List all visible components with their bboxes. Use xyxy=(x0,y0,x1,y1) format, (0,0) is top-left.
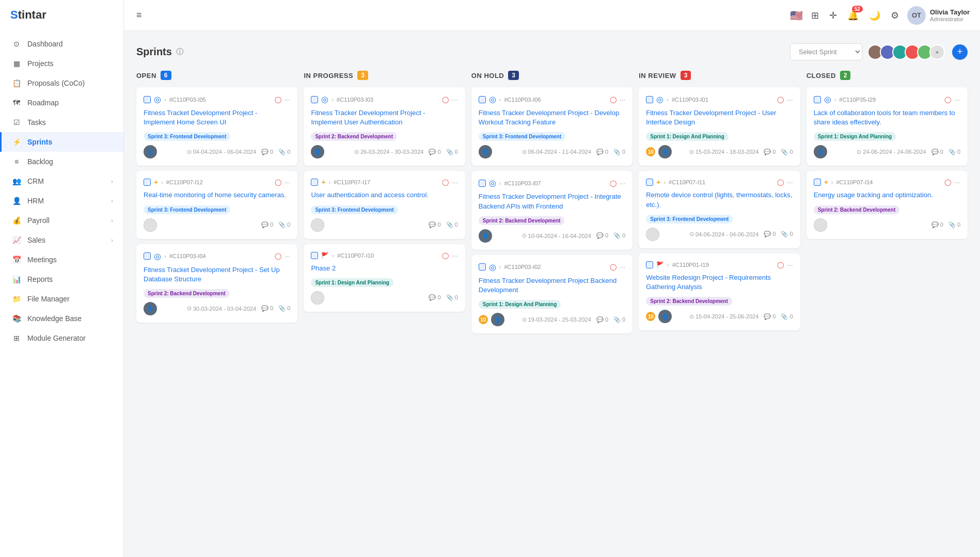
card-menu-button[interactable]: ··· xyxy=(620,96,626,104)
card-checkbox[interactable] xyxy=(646,261,653,268)
card-menu-button[interactable]: ··· xyxy=(284,178,291,186)
card-checkbox[interactable] xyxy=(311,179,318,186)
dark-mode-button[interactable]: 🌙 xyxy=(867,8,882,23)
expand-icon[interactable]: › xyxy=(329,179,331,185)
expand-icon[interactable]: › xyxy=(499,180,501,186)
card-menu-button[interactable]: ··· xyxy=(620,263,626,271)
sidebar-item-proposals[interactable]: 📋 Proposals (CoCo) xyxy=(0,73,123,93)
card-in_progress-2[interactable]: 🚩 › #C110P07-I10 ◯ ··· Phase 2 Sprint 1:… xyxy=(304,244,465,312)
card-title[interactable]: Website Redesign Project - Requirements … xyxy=(646,273,793,292)
card-in_review-1[interactable]: + › #C110P07-I11 ◯ ··· Remote device con… xyxy=(639,171,800,248)
card-title[interactable]: Fitness Tracket Development Project - Se… xyxy=(144,265,290,284)
card-title[interactable]: Fitness Tracker Development Project - In… xyxy=(479,192,625,211)
card-checkbox[interactable] xyxy=(814,96,821,103)
card-checkbox[interactable] xyxy=(311,252,318,259)
card-closed-0[interactable]: ◎ › #C110P35-I29 ◯ ··· Lack of collabora… xyxy=(807,87,968,166)
card-title[interactable]: Fitness Tracker Development Project - De… xyxy=(479,108,625,127)
user-profile[interactable]: OT Olivia Taylor Administrator xyxy=(907,6,970,25)
sidebar-item-backlog[interactable]: ≡ Backlog xyxy=(0,152,123,171)
card-menu-button[interactable]: ··· xyxy=(284,252,291,260)
sidebar-item-hrm[interactable]: 👤 HRM › xyxy=(0,191,123,211)
sidebar-item-dashboard[interactable]: ⊙ Dashboard xyxy=(0,34,123,54)
menu-toggle-button[interactable]: ≡ xyxy=(134,8,144,23)
card-menu-button[interactable]: ··· xyxy=(954,178,960,186)
card-menu-button[interactable]: ··· xyxy=(954,96,960,104)
card-open-2[interactable]: ◎ › #C110P03-I04 ◯ ··· Fitness Tracket D… xyxy=(136,244,297,323)
expand-icon[interactable]: › xyxy=(663,179,666,185)
expand-icon[interactable]: › xyxy=(161,179,163,185)
language-flag-icon[interactable]: 🇺🇸 xyxy=(790,9,803,22)
card-menu-button[interactable]: ··· xyxy=(452,251,458,260)
card-menu-button[interactable]: ··· xyxy=(620,179,626,187)
sidebar-item-reports[interactable]: 📊 Reports xyxy=(0,269,123,289)
card-checkbox[interactable] xyxy=(144,96,151,103)
expand-icon[interactable]: › xyxy=(499,97,501,103)
sidebar-item-sales[interactable]: 📈 Sales › xyxy=(0,230,123,250)
card-checkbox[interactable] xyxy=(479,180,486,187)
card-title[interactable]: Fitness Tracker Development Project - Im… xyxy=(311,108,457,127)
card-in_progress-1[interactable]: + › #C110P07-I17 ◯ ··· User authenticati… xyxy=(304,171,465,238)
card-title[interactable]: Remote device control (lights, thermosta… xyxy=(646,190,793,209)
card-title[interactable]: Fitness Tracker Development Project - Us… xyxy=(646,108,793,127)
expand-icon[interactable]: › xyxy=(667,97,669,103)
card-checkbox[interactable] xyxy=(144,252,151,260)
card-title[interactable]: Fitness Tracker Development Project Back… xyxy=(479,276,625,295)
sprint-tag: Sprint 3: Frontend Development xyxy=(144,132,230,141)
card-title[interactable]: Fitness Tracket Development Project - Im… xyxy=(144,108,290,127)
card-open-0[interactable]: ◎ › #C110P03-I05 ◯ ··· Fitness Tracket D… xyxy=(136,87,297,166)
card-on_hold-2[interactable]: ◎ › #C110P03-I02 ◯ ··· Fitness Tracker D… xyxy=(471,255,633,333)
card-checkbox[interactable] xyxy=(479,263,486,270)
sidebar-item-payroll[interactable]: 💰 Payroll › xyxy=(0,211,123,230)
card-checkbox[interactable] xyxy=(479,96,486,103)
expand-icon[interactable]: › xyxy=(667,262,669,268)
card-checkbox[interactable] xyxy=(311,96,318,103)
expand-icon[interactable]: › xyxy=(831,179,833,185)
sidebar-item-roadmap[interactable]: 🗺 Roadmap xyxy=(0,93,123,113)
card-menu-button[interactable]: ··· xyxy=(787,178,793,186)
card-checkbox[interactable] xyxy=(814,179,821,186)
card-menu-button[interactable]: ··· xyxy=(284,96,291,104)
expand-icon[interactable]: › xyxy=(499,264,501,270)
card-title[interactable]: Phase 2 xyxy=(311,264,457,273)
settings-button[interactable]: ⚙ xyxy=(889,8,901,23)
add-sprint-button[interactable]: + xyxy=(952,44,968,60)
sidebar-item-tasks[interactable]: ☑ Tasks xyxy=(0,113,123,132)
expand-icon[interactable]: › xyxy=(331,97,334,103)
apps-grid-button[interactable]: ⊞ xyxy=(809,8,821,23)
card-title[interactable]: Energy usage tracking and optimization. xyxy=(814,190,960,200)
notifications-button[interactable]: 🔔 52 xyxy=(845,8,861,23)
card-menu-button[interactable]: ··· xyxy=(452,178,458,186)
sidebar-item-knowledgebase[interactable]: 📚 Knowledge Base xyxy=(0,309,123,328)
card-header: 🚩 › #C110P01-I19 ◯ ··· xyxy=(646,261,793,269)
card-menu-button[interactable]: ··· xyxy=(787,96,793,104)
card-in_review-0[interactable]: ◎ › #C110P03-I01 ◯ ··· Fitness Tracker D… xyxy=(639,87,800,166)
sprint-select[interactable]: Select Sprint xyxy=(790,43,862,60)
expand-icon[interactable]: › xyxy=(332,252,334,259)
card-open-1[interactable]: + › #C110P07-I12 ◯ ··· Real-time monitor… xyxy=(136,171,297,238)
card-checkbox[interactable] xyxy=(646,96,653,103)
card-on_hold-0[interactable]: ◎ › #C110P03-I06 ◯ ··· Fitness Tracker D… xyxy=(471,87,633,166)
card-title[interactable]: User authentication and access control. xyxy=(311,190,457,200)
expand-icon[interactable]: › xyxy=(834,97,836,103)
sidebar-item-projects[interactable]: ▦ Projects xyxy=(0,54,123,73)
card-title[interactable]: Real-time monitoring of home security ca… xyxy=(144,190,290,200)
card-checkbox[interactable] xyxy=(144,179,151,186)
sidebar-item-modulegen[interactable]: ⊞ Module Generator xyxy=(0,328,123,348)
card-in_review-2[interactable]: 🚩 › #C110P01-I19 ◯ ··· Website Redesign … xyxy=(639,253,800,330)
expand-icon[interactable]: › xyxy=(164,253,166,259)
expand-icon[interactable]: › xyxy=(164,97,166,103)
team-avatar-more[interactable]: + xyxy=(929,44,945,60)
card-checkbox[interactable] xyxy=(646,179,653,186)
sidebar-item-filemanager[interactable]: 📁 File Manager xyxy=(0,289,123,309)
sidebar-item-meetings[interactable]: 📅 Meetings xyxy=(0,250,123,269)
sidebar-item-crm[interactable]: 👥 CRM › xyxy=(0,171,123,191)
sidebar-item-sprints[interactable]: ⚡ Sprints xyxy=(0,132,123,152)
card-menu-button[interactable]: ··· xyxy=(787,261,793,269)
card-closed-1[interactable]: + › #C110P07-I14 ◯ ··· Energy usage trac… xyxy=(807,171,968,238)
card-in_progress-0[interactable]: ◎ › #C110P03-I03 ◯ ··· Fitness Tracker D… xyxy=(304,87,465,166)
card-menu-button[interactable]: ··· xyxy=(452,96,458,104)
card-on_hold-1[interactable]: ◎ › #C110P03-I07 ◯ ··· Fitness Tracker D… xyxy=(471,171,633,249)
card-title[interactable]: Lack of collaboration tools for team mem… xyxy=(814,108,960,127)
sprints-info-icon[interactable]: ⓘ xyxy=(176,47,183,57)
layout-button[interactable]: ✛ xyxy=(827,8,839,23)
